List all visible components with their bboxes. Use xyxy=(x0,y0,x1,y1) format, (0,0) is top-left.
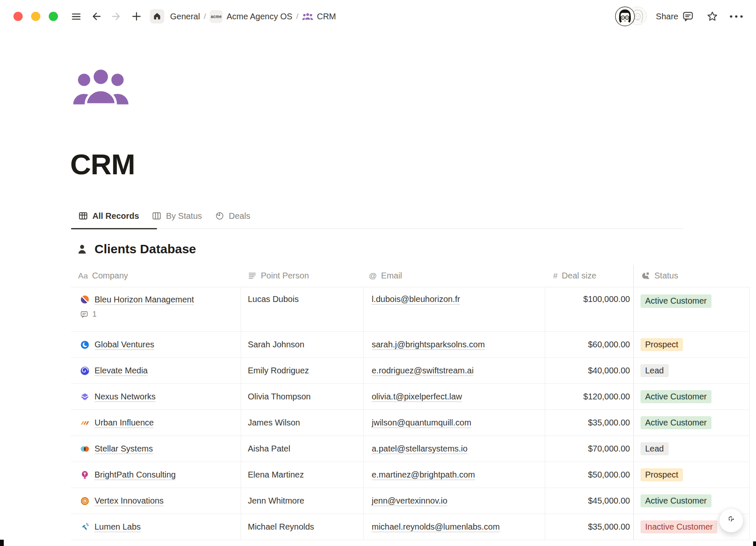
status-badge[interactable]: Active Customer xyxy=(640,390,711,404)
email-value[interactable]: olivia.t@pixelperfect.law xyxy=(372,392,462,402)
email-value[interactable]: e.martinez@brightpath.com xyxy=(372,470,475,480)
company-cell[interactable]: Bleu Horizon Management xyxy=(80,294,194,304)
email-cell[interactable]: jwilson@quantumquill.com xyxy=(364,410,545,436)
zoom-window-button[interactable] xyxy=(49,12,58,21)
email-value[interactable]: l.dubois@bleuhorizon.fr xyxy=(372,294,460,304)
database-title[interactable]: Clients Database xyxy=(94,242,196,256)
point-person-cell[interactable]: Michael Reynolds xyxy=(241,514,364,540)
status-badge[interactable]: Prospect xyxy=(640,338,683,352)
breadcrumb-page[interactable]: CRM xyxy=(302,12,336,21)
status-cell[interactable]: Active Customer xyxy=(634,287,750,331)
email-cell[interactable]: e.martinez@brightpath.com xyxy=(364,462,545,488)
status-cell[interactable]: Prospect xyxy=(634,462,750,488)
company-cell[interactable]: Vertex Innovations xyxy=(80,496,164,506)
company-name[interactable]: Bleu Horizon Management xyxy=(94,295,194,304)
minimize-window-button[interactable] xyxy=(31,12,40,21)
company-name[interactable]: Elevate Media xyxy=(94,366,148,375)
point-person-cell[interactable]: Olivia Thompson xyxy=(241,384,364,410)
email-cell[interactable]: e.rodriguez@swiftstream.ai xyxy=(364,358,545,383)
tab-deals[interactable]: Deals xyxy=(215,211,250,221)
company-cell[interactable]: Nexus Networks xyxy=(80,392,156,402)
email-value[interactable]: a.patel@stellarsystems.io xyxy=(372,444,467,454)
company-cell[interactable]: Lumen Labs xyxy=(80,522,141,532)
person-name: Aisha Patel xyxy=(248,444,290,454)
close-window-button[interactable] xyxy=(13,12,23,21)
column-header-status[interactable]: Status xyxy=(634,265,750,287)
company-name[interactable]: Nexus Networks xyxy=(94,392,156,402)
status-badge[interactable]: Active Customer xyxy=(640,294,711,308)
back-icon[interactable] xyxy=(90,10,102,22)
deal-size-cell[interactable]: $70,000.00 xyxy=(545,436,634,462)
company-name[interactable]: BrightPath Consulting xyxy=(94,470,176,480)
forward-icon[interactable] xyxy=(110,10,122,22)
deal-size-cell[interactable]: $120,000.00 xyxy=(545,384,634,410)
status-cell[interactable]: Prospect xyxy=(634,332,750,357)
status-cell[interactable]: Active Customer xyxy=(634,410,750,436)
tab-all-records[interactable]: All Records xyxy=(78,211,139,221)
status-badge[interactable]: Inactive Customer xyxy=(640,520,717,534)
deal-size-cell[interactable]: $40,000.00 xyxy=(545,358,634,383)
comments-icon[interactable] xyxy=(682,10,694,23)
status-cell[interactable]: Lead xyxy=(634,358,750,383)
column-header-point-person[interactable]: Point Person xyxy=(241,265,364,287)
company-cell[interactable]: Stellar Systems xyxy=(80,444,153,454)
page-icon-people[interactable] xyxy=(72,65,130,110)
email-value[interactable]: michael.reynolds@lumenlabs.com xyxy=(372,522,500,532)
page-title[interactable]: CRM xyxy=(70,148,135,181)
status-badge[interactable]: Active Customer xyxy=(640,494,711,508)
point-person-cell[interactable]: Jenn Whitmore xyxy=(241,488,364,514)
collaborator-avatars[interactable] xyxy=(615,6,648,26)
column-header-company[interactable]: Aa Company xyxy=(71,265,241,287)
company-cell[interactable]: Elevate Media xyxy=(80,366,148,376)
company-name[interactable]: Global Ventures xyxy=(94,340,154,349)
status-badge[interactable]: Prospect xyxy=(640,468,683,482)
new-page-icon[interactable] xyxy=(131,10,142,22)
company-cell[interactable]: Urban Influence xyxy=(80,418,154,428)
sidebar-menu-icon[interactable] xyxy=(71,11,82,22)
column-header-deal-size[interactable]: # Deal size xyxy=(545,265,634,287)
email-value[interactable]: jenn@vertexinnov.io xyxy=(372,496,447,506)
breadcrumb-workspace[interactable]: Acme Agency OS xyxy=(226,12,292,21)
email-value[interactable]: jwilson@quantumquill.com xyxy=(372,418,471,428)
more-options-icon[interactable]: ••• xyxy=(730,11,746,21)
email-cell[interactable]: sarah.j@brightsparksolns.com xyxy=(364,332,545,357)
company-name[interactable]: Stellar Systems xyxy=(94,444,153,454)
tab-by-status[interactable]: By Status xyxy=(152,211,202,221)
deal-size-cell[interactable]: $45,000.00 xyxy=(545,488,634,514)
point-person-cell[interactable]: Sarah Johnson xyxy=(241,332,364,357)
point-person-cell[interactable]: James Wilson xyxy=(241,410,364,436)
column-header-email[interactable]: @ Email xyxy=(364,265,545,287)
status-badge[interactable]: Active Customer xyxy=(640,416,711,430)
email-value[interactable]: sarah.j@brightsparksolns.com xyxy=(372,340,485,349)
company-name[interactable]: Urban Influence xyxy=(94,418,154,428)
company-cell[interactable]: BrightPath Consulting xyxy=(80,470,176,480)
deal-size-cell[interactable]: $100,000.00 xyxy=(545,287,634,331)
email-cell[interactable]: a.patel@stellarsystems.io xyxy=(364,436,545,462)
deal-size-cell[interactable]: $35,000.00 xyxy=(545,410,634,436)
home-button[interactable] xyxy=(150,9,164,24)
deal-size-cell[interactable]: $60,000.00 xyxy=(545,332,634,357)
status-cell[interactable]: Active Customer xyxy=(634,384,750,410)
point-person-cell[interactable]: Aisha Patel xyxy=(241,436,364,462)
status-badge[interactable]: Lead xyxy=(640,364,669,378)
email-cell[interactable]: jenn@vertexinnov.io xyxy=(364,488,545,514)
email-value[interactable]: e.rodriguez@swiftstream.ai xyxy=(372,366,474,375)
deal-size-cell[interactable]: $35,000.00 xyxy=(545,514,634,540)
email-cell[interactable]: olivia.t@pixelperfect.law xyxy=(364,384,545,410)
deal-size-cell[interactable]: $50,000.00 xyxy=(545,462,634,488)
favorite-star-icon[interactable] xyxy=(706,10,719,23)
status-cell[interactable]: Lead xyxy=(634,436,750,462)
email-cell[interactable]: l.dubois@bleuhorizon.fr xyxy=(364,287,545,331)
company-cell[interactable]: Global Ventures xyxy=(80,340,154,350)
email-cell[interactable]: michael.reynolds@lumenlabs.com xyxy=(364,514,545,540)
company-name[interactable]: Vertex Innovations xyxy=(94,496,164,506)
company-name[interactable]: Lumen Labs xyxy=(94,522,141,532)
point-person-cell[interactable]: Emily Rodriguez xyxy=(241,358,364,383)
breadcrumb-root[interactable]: General xyxy=(170,12,200,21)
status-badge[interactable]: Lead xyxy=(640,442,669,456)
notion-ai-button[interactable] xyxy=(719,508,743,533)
share-button[interactable]: Share xyxy=(656,12,678,21)
point-person-cell[interactable]: Elena Martinez xyxy=(241,462,364,488)
point-person-cell[interactable]: Lucas Dubois xyxy=(241,287,364,331)
comment-indicator[interactable]: 1 xyxy=(80,310,97,319)
